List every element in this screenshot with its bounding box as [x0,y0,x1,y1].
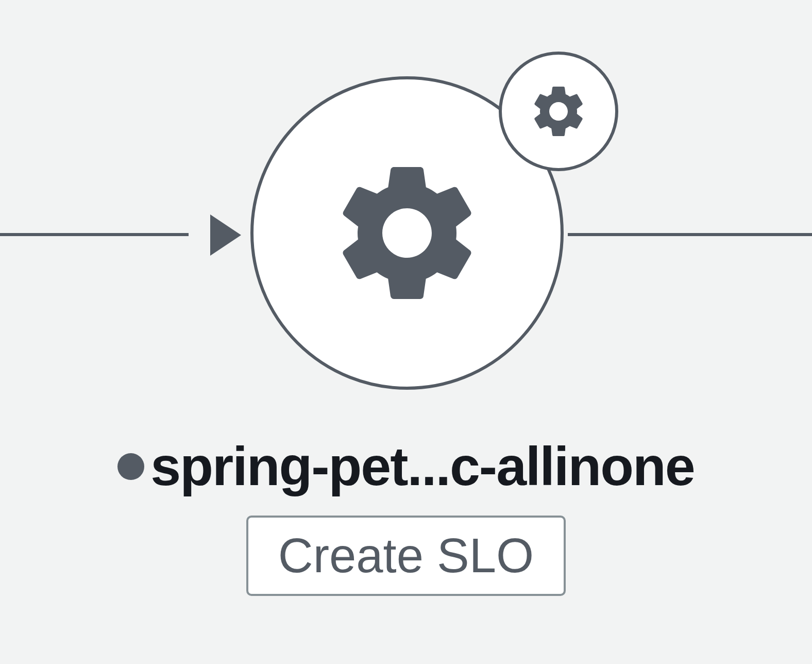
create-slo-button[interactable]: Create SLO [246,516,566,596]
node-label-row: spring-pet...c-allinone [0,435,812,497]
service-map-canvas: spring-pet...c-allinone Create SLO [0,0,812,664]
edge-incoming [0,233,189,236]
gear-icon [325,151,489,316]
gear-icon [528,80,589,142]
service-type-badge [499,52,618,171]
actions-row: Create SLO [0,516,812,596]
service-name-label: spring-pet...c-allinone [150,435,694,497]
edge-outgoing [568,233,812,236]
status-dot-icon [117,453,144,480]
arrow-head-icon [210,214,241,256]
